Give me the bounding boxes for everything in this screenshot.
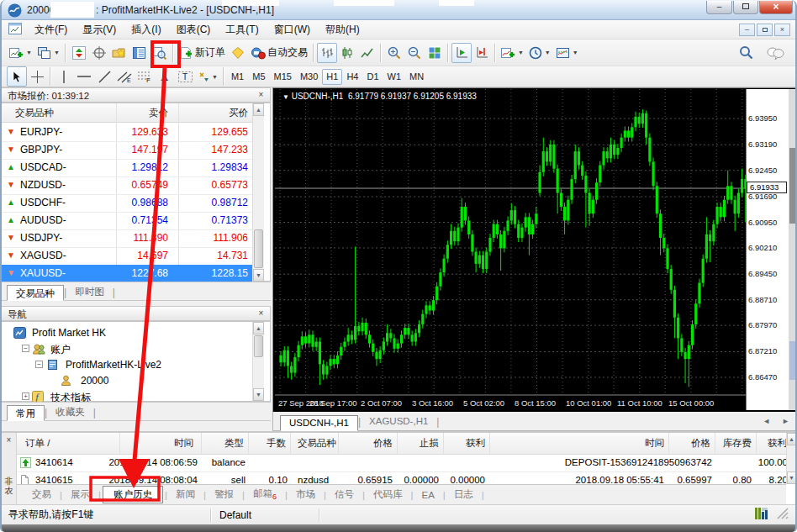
terminal-scrollbar[interactable]: ▲ ▼ — [786, 433, 796, 484]
market-watch-row-NZDUSD-[interactable]: ▼NZDUSD-0.657490.65773 — [2, 176, 252, 194]
navigator-tab-常用[interactable]: 常用 — [7, 405, 45, 421]
menu-4[interactable]: 工具(T) — [218, 20, 266, 40]
mdi-close-button[interactable]: × — [774, 24, 790, 36]
chevron-down-icon[interactable]: ▼ — [573, 50, 578, 55]
panel-splitter[interactable] — [2, 421, 272, 431]
chevron-down-icon[interactable]: ▼ — [54, 50, 60, 55]
scrollbar-thumb[interactable] — [254, 335, 263, 357]
chart-tab-XAGUSD-,H1[interactable]: XAGUSD-,H1 — [361, 414, 436, 430]
close-icon[interactable]: × — [256, 90, 267, 101]
scroll-up-icon[interactable]: ▲ — [253, 103, 264, 116]
arrows-button[interactable]: ▼ — [195, 66, 220, 87]
data-window-button[interactable] — [89, 43, 109, 63]
market-watch-row-XAUUSD-[interactable]: ▼XAUUSD-1227.681228.15 — [2, 265, 252, 282]
market-watch-tab-交易品种[interactable]: 交易品种 — [7, 285, 64, 301]
profiles-button[interactable]: ▼ — [34, 43, 62, 63]
column-header-symbol[interactable]: 交易品种 — [15, 107, 54, 119]
timeframe-H4[interactable]: H4 — [342, 69, 362, 85]
vertical-line-button[interactable] — [54, 66, 74, 87]
bar-chart-button[interactable] — [317, 43, 337, 63]
collapse-icon[interactable]: − — [35, 361, 43, 368]
chevron-down-icon[interactable]: ▼ — [518, 50, 524, 55]
terminal-tab-市场[interactable]: 市场 — [289, 487, 322, 503]
close-icon[interactable]: × — [256, 308, 267, 319]
new-order-button[interactable]: 新订单 — [177, 43, 228, 63]
timeframe-M1[interactable]: M1 — [227, 69, 248, 85]
market-watch-row-GBPJPY-[interactable]: ▼GBPJPY-147.197147.233 — [2, 141, 252, 159]
market-watch-scrollbar[interactable]: ▲▼ — [252, 103, 264, 282]
terminal-tab-交易[interactable]: 交易 — [25, 487, 58, 503]
scroll-right-icon[interactable]: ► — [782, 417, 789, 425]
cursor-button[interactable] — [7, 66, 27, 87]
auto-scroll-button[interactable] — [451, 43, 472, 63]
tile-windows-button[interactable] — [425, 43, 445, 63]
navigator-item-账户[interactable]: −账户 — [2, 341, 251, 357]
navigator-item-ProfitMarketHK-Live2[interactable]: −ProfitMarketHK-Live2 — [2, 357, 251, 373]
mdi-restore-button[interactable] — [757, 24, 773, 36]
market-watch-row-XAGUSD-[interactable]: ▼XAGUSD-14.69714.731 — [2, 247, 252, 265]
chart-shift-button[interactable] — [472, 43, 492, 63]
chart-window[interactable]: 6.939506.931906.924506.916906.909506.902… — [272, 87, 797, 431]
column-header-buy[interactable]: 买价 — [182, 107, 248, 119]
terminal-tab-展示[interactable]: 展示 — [64, 487, 97, 503]
terminal-row-3410614[interactable]: 34106142018.09.14 08:06:59balanceDEPOSIT… — [17, 455, 786, 472]
chevron-down-icon[interactable]: ▼ — [212, 74, 218, 80]
menu-6[interactable]: 帮助(H) — [318, 20, 367, 40]
scrollbar-thumb[interactable] — [254, 229, 263, 268]
terminal-tab-邮箱[interactable]: 邮箱6 — [246, 486, 283, 503]
market-watch-button[interactable] — [69, 43, 89, 63]
metaeditor-button[interactable] — [228, 43, 248, 63]
chat-button[interactable] — [764, 43, 787, 63]
scroll-left-icon[interactable]: ◄ — [763, 417, 770, 425]
fibonacci-button[interactable]: F — [135, 66, 155, 87]
chevron-down-icon[interactable]: ▼ — [26, 50, 32, 55]
equidistant-channel-button[interactable]: E — [114, 66, 135, 87]
zoom-in-button[interactable] — [384, 43, 404, 63]
indicators-button[interactable]: ▼ — [499, 43, 526, 63]
scroll-up-icon[interactable]: ▲ — [253, 322, 264, 334]
chart-tab-USDCNH-,H1[interactable]: USDCNH-,H1 — [280, 415, 358, 431]
navigator-item-Profit Market HK[interactable]: Profit Market HK — [2, 325, 251, 341]
market-watch-row-USDJPY-[interactable]: ▼USDJPY-111.890111.906 — [2, 229, 252, 247]
menu-0[interactable]: 文件(F) — [27, 20, 75, 40]
scroll-down-icon[interactable]: ▼ — [253, 388, 264, 401]
scroll-up-icon[interactable]: ▲ — [787, 433, 796, 445]
periods-button[interactable]: ▼ — [526, 43, 553, 63]
chart-vertical-scrollbar[interactable] — [789, 89, 797, 410]
zoom-out-button[interactable] — [404, 43, 425, 63]
terminal-tab-日志[interactable]: 日志 — [447, 487, 480, 503]
timeframe-H1[interactable]: H1 — [322, 69, 342, 85]
menu-5[interactable]: 窗口(W) — [267, 20, 318, 40]
text-label-button[interactable]: T — [175, 66, 195, 87]
line-chart-button[interactable] — [357, 43, 377, 63]
new-chart-button[interactable]: ▼ — [7, 43, 34, 63]
expand-icon[interactable]: + — [22, 392, 29, 400]
market-watch-row-EURJPY-[interactable]: ▼EURJPY-129.633129.655 — [2, 124, 252, 141]
terminal-column-header-11[interactable]: 获利 — [652, 437, 787, 450]
timeframe-M5[interactable]: M5 — [248, 69, 269, 85]
timeframe-W1[interactable]: W1 — [383, 69, 406, 85]
scroll-down-icon[interactable]: ▼ — [253, 269, 264, 282]
search-button[interactable] — [736, 43, 756, 63]
text-button[interactable]: A — [155, 66, 175, 87]
terminal-button[interactable] — [129, 43, 150, 63]
terminal-tab-警报[interactable]: 警报 — [208, 487, 240, 503]
navigator-scrollbar[interactable]: ▲▼ — [252, 322, 264, 401]
maximize-restore-button[interactable] — [733, 1, 758, 14]
close-icon[interactable]: × — [2, 435, 16, 445]
timeframe-M30[interactable]: M30 — [296, 69, 322, 85]
resize-grip[interactable] — [777, 508, 789, 522]
chevron-down-icon[interactable]: ▼ — [545, 50, 551, 55]
minimize-button[interactable]: – — [706, 1, 732, 14]
templates-button[interactable]: ▼ — [553, 43, 581, 63]
timeframe-D1[interactable]: D1 — [362, 69, 383, 85]
terminal-column-header-7[interactable]: 获利 — [351, 437, 485, 450]
menu-2[interactable]: 插入(I) — [124, 20, 168, 40]
market-watch-row-AUDUSD-[interactable]: ▲AUDUSD-0.713540.71373 — [2, 212, 252, 229]
market-watch-tab-即时图[interactable]: 即时图 — [66, 284, 113, 300]
menu-1[interactable]: 显示(V) — [75, 20, 124, 40]
menu-3[interactable]: 图表(C) — [169, 20, 219, 40]
horizontal-line-button[interactable] — [74, 66, 94, 87]
candlestick-chart-button[interactable] — [337, 43, 357, 63]
status-profile[interactable]: Default — [211, 509, 319, 521]
